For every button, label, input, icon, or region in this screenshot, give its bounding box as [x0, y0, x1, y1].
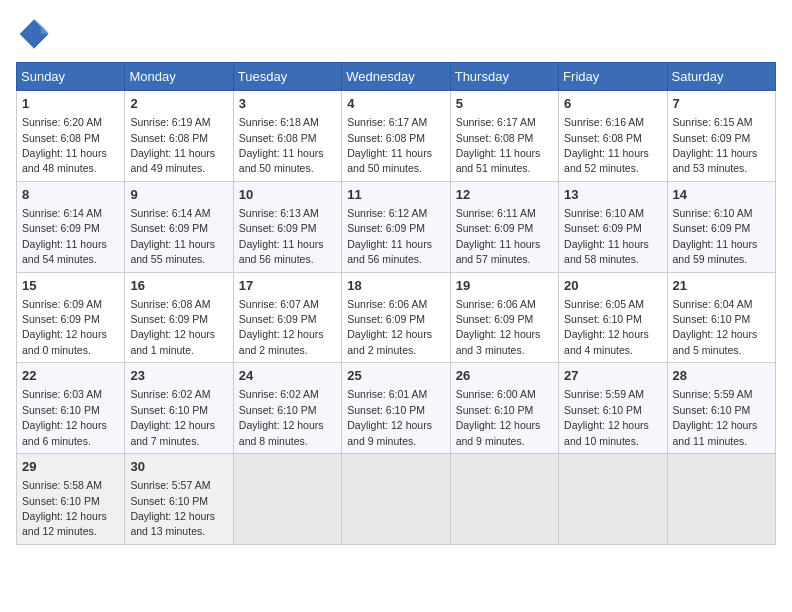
day-number: 21	[673, 277, 770, 295]
calendar-cell: 16 Sunrise: 6:08 AMSunset: 6:09 PMDaylig…	[125, 272, 233, 363]
day-number: 16	[130, 277, 227, 295]
weekday-header-friday: Friday	[559, 63, 667, 91]
day-number: 13	[564, 186, 661, 204]
day-number: 22	[22, 367, 119, 385]
day-number: 12	[456, 186, 553, 204]
calendar-cell	[233, 454, 341, 545]
calendar-cell: 30 Sunrise: 5:57 AMSunset: 6:10 PMDaylig…	[125, 454, 233, 545]
calendar-cell: 14 Sunrise: 6:10 AMSunset: 6:09 PMDaylig…	[667, 181, 775, 272]
day-info: Sunrise: 6:07 AMSunset: 6:09 PMDaylight:…	[239, 298, 324, 356]
day-number: 14	[673, 186, 770, 204]
calendar-cell: 6 Sunrise: 6:16 AMSunset: 6:08 PMDayligh…	[559, 91, 667, 182]
day-info: Sunrise: 6:17 AMSunset: 6:08 PMDaylight:…	[456, 116, 541, 174]
day-number: 24	[239, 367, 336, 385]
calendar-cell	[667, 454, 775, 545]
day-number: 23	[130, 367, 227, 385]
day-number: 5	[456, 95, 553, 113]
calendar-cell: 11 Sunrise: 6:12 AMSunset: 6:09 PMDaylig…	[342, 181, 450, 272]
page-header	[16, 16, 776, 52]
day-number: 18	[347, 277, 444, 295]
day-info: Sunrise: 6:13 AMSunset: 6:09 PMDaylight:…	[239, 207, 324, 265]
day-info: Sunrise: 6:18 AMSunset: 6:08 PMDaylight:…	[239, 116, 324, 174]
calendar-cell: 20 Sunrise: 6:05 AMSunset: 6:10 PMDaylig…	[559, 272, 667, 363]
day-info: Sunrise: 6:06 AMSunset: 6:09 PMDaylight:…	[456, 298, 541, 356]
weekday-header-tuesday: Tuesday	[233, 63, 341, 91]
calendar-cell: 17 Sunrise: 6:07 AMSunset: 6:09 PMDaylig…	[233, 272, 341, 363]
day-info: Sunrise: 6:09 AMSunset: 6:09 PMDaylight:…	[22, 298, 107, 356]
calendar-cell: 18 Sunrise: 6:06 AMSunset: 6:09 PMDaylig…	[342, 272, 450, 363]
day-number: 20	[564, 277, 661, 295]
day-info: Sunrise: 6:16 AMSunset: 6:08 PMDaylight:…	[564, 116, 649, 174]
day-info: Sunrise: 6:15 AMSunset: 6:09 PMDaylight:…	[673, 116, 758, 174]
calendar-cell: 13 Sunrise: 6:10 AMSunset: 6:09 PMDaylig…	[559, 181, 667, 272]
calendar-cell: 26 Sunrise: 6:00 AMSunset: 6:10 PMDaylig…	[450, 363, 558, 454]
day-number: 11	[347, 186, 444, 204]
day-number: 7	[673, 95, 770, 113]
day-number: 29	[22, 458, 119, 476]
day-number: 3	[239, 95, 336, 113]
weekday-header-monday: Monday	[125, 63, 233, 91]
day-info: Sunrise: 6:02 AMSunset: 6:10 PMDaylight:…	[130, 388, 215, 446]
day-number: 27	[564, 367, 661, 385]
day-info: Sunrise: 6:03 AMSunset: 6:10 PMDaylight:…	[22, 388, 107, 446]
day-number: 9	[130, 186, 227, 204]
day-number: 1	[22, 95, 119, 113]
calendar-cell: 19 Sunrise: 6:06 AMSunset: 6:09 PMDaylig…	[450, 272, 558, 363]
calendar-cell: 12 Sunrise: 6:11 AMSunset: 6:09 PMDaylig…	[450, 181, 558, 272]
calendar-cell: 8 Sunrise: 6:14 AMSunset: 6:09 PMDayligh…	[17, 181, 125, 272]
calendar-cell: 27 Sunrise: 5:59 AMSunset: 6:10 PMDaylig…	[559, 363, 667, 454]
day-info: Sunrise: 6:20 AMSunset: 6:08 PMDaylight:…	[22, 116, 107, 174]
calendar-cell	[559, 454, 667, 545]
calendar-cell: 28 Sunrise: 5:59 AMSunset: 6:10 PMDaylig…	[667, 363, 775, 454]
day-number: 28	[673, 367, 770, 385]
day-number: 6	[564, 95, 661, 113]
calendar-cell: 15 Sunrise: 6:09 AMSunset: 6:09 PMDaylig…	[17, 272, 125, 363]
day-info: Sunrise: 6:04 AMSunset: 6:10 PMDaylight:…	[673, 298, 758, 356]
calendar-cell: 1 Sunrise: 6:20 AMSunset: 6:08 PMDayligh…	[17, 91, 125, 182]
day-number: 2	[130, 95, 227, 113]
calendar-cell: 23 Sunrise: 6:02 AMSunset: 6:10 PMDaylig…	[125, 363, 233, 454]
day-number: 17	[239, 277, 336, 295]
calendar-cell: 29 Sunrise: 5:58 AMSunset: 6:10 PMDaylig…	[17, 454, 125, 545]
day-info: Sunrise: 6:02 AMSunset: 6:10 PMDaylight:…	[239, 388, 324, 446]
calendar-cell: 9 Sunrise: 6:14 AMSunset: 6:09 PMDayligh…	[125, 181, 233, 272]
logo-icon	[16, 16, 52, 52]
weekday-header-wednesday: Wednesday	[342, 63, 450, 91]
day-number: 26	[456, 367, 553, 385]
day-info: Sunrise: 6:12 AMSunset: 6:09 PMDaylight:…	[347, 207, 432, 265]
day-number: 15	[22, 277, 119, 295]
day-info: Sunrise: 6:19 AMSunset: 6:08 PMDaylight:…	[130, 116, 215, 174]
day-info: Sunrise: 6:14 AMSunset: 6:09 PMDaylight:…	[130, 207, 215, 265]
day-info: Sunrise: 6:00 AMSunset: 6:10 PMDaylight:…	[456, 388, 541, 446]
calendar-cell: 2 Sunrise: 6:19 AMSunset: 6:08 PMDayligh…	[125, 91, 233, 182]
calendar-cell: 3 Sunrise: 6:18 AMSunset: 6:08 PMDayligh…	[233, 91, 341, 182]
day-info: Sunrise: 6:11 AMSunset: 6:09 PMDaylight:…	[456, 207, 541, 265]
calendar-cell: 25 Sunrise: 6:01 AMSunset: 6:10 PMDaylig…	[342, 363, 450, 454]
day-info: Sunrise: 6:08 AMSunset: 6:09 PMDaylight:…	[130, 298, 215, 356]
calendar-cell: 24 Sunrise: 6:02 AMSunset: 6:10 PMDaylig…	[233, 363, 341, 454]
calendar-cell	[450, 454, 558, 545]
day-info: Sunrise: 5:59 AMSunset: 6:10 PMDaylight:…	[673, 388, 758, 446]
calendar-cell	[342, 454, 450, 545]
day-info: Sunrise: 6:17 AMSunset: 6:08 PMDaylight:…	[347, 116, 432, 174]
day-info: Sunrise: 6:10 AMSunset: 6:09 PMDaylight:…	[564, 207, 649, 265]
day-info: Sunrise: 5:59 AMSunset: 6:10 PMDaylight:…	[564, 388, 649, 446]
day-number: 8	[22, 186, 119, 204]
day-number: 4	[347, 95, 444, 113]
calendar-cell: 21 Sunrise: 6:04 AMSunset: 6:10 PMDaylig…	[667, 272, 775, 363]
weekday-header-thursday: Thursday	[450, 63, 558, 91]
day-number: 19	[456, 277, 553, 295]
day-info: Sunrise: 5:58 AMSunset: 6:10 PMDaylight:…	[22, 479, 107, 537]
calendar-cell: 10 Sunrise: 6:13 AMSunset: 6:09 PMDaylig…	[233, 181, 341, 272]
weekday-header-saturday: Saturday	[667, 63, 775, 91]
day-number: 25	[347, 367, 444, 385]
logo	[16, 16, 56, 52]
day-info: Sunrise: 6:10 AMSunset: 6:09 PMDaylight:…	[673, 207, 758, 265]
calendar-cell: 5 Sunrise: 6:17 AMSunset: 6:08 PMDayligh…	[450, 91, 558, 182]
day-info: Sunrise: 6:01 AMSunset: 6:10 PMDaylight:…	[347, 388, 432, 446]
calendar-cell: 22 Sunrise: 6:03 AMSunset: 6:10 PMDaylig…	[17, 363, 125, 454]
calendar-table: SundayMondayTuesdayWednesdayThursdayFrid…	[16, 62, 776, 545]
day-info: Sunrise: 5:57 AMSunset: 6:10 PMDaylight:…	[130, 479, 215, 537]
calendar-cell: 4 Sunrise: 6:17 AMSunset: 6:08 PMDayligh…	[342, 91, 450, 182]
weekday-header-sunday: Sunday	[17, 63, 125, 91]
